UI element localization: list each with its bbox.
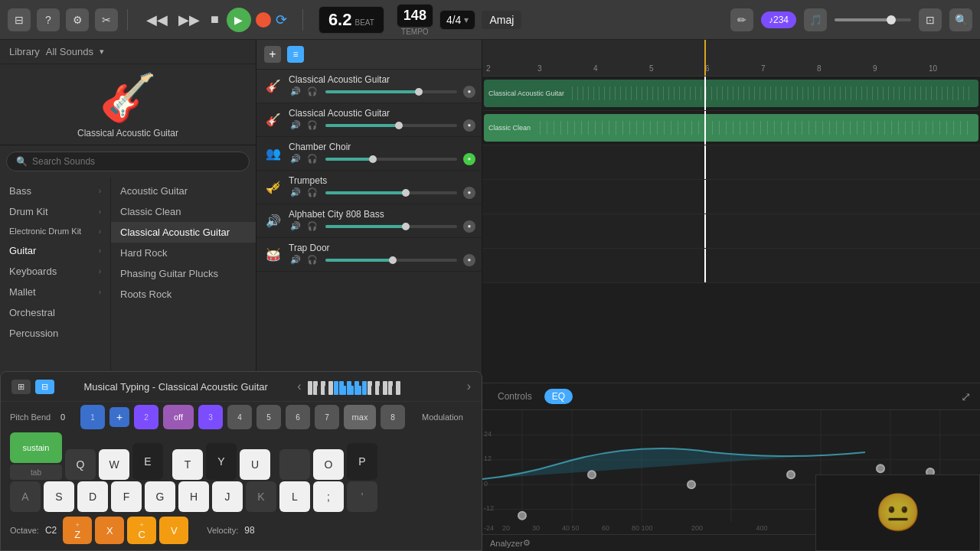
mt-prev-button[interactable]: ‹ (297, 380, 301, 393)
cat-item-mallet[interactable]: Mallet› (0, 282, 110, 302)
sub-item-classic-clean[interactable]: Classic Clean (111, 201, 256, 222)
solo-button[interactable]: 🎧 (305, 152, 319, 165)
mute-button[interactable]: 🔊 (289, 220, 302, 233)
key-f[interactable]: F (111, 481, 142, 512)
mt-next-button[interactable]: › (467, 380, 471, 393)
key-c[interactable]: + C (127, 517, 156, 544)
eq-tab[interactable]: EQ (544, 389, 573, 404)
track-volume-slider[interactable] (325, 191, 457, 194)
tab-key[interactable]: tab (10, 465, 62, 480)
pitch-key-max[interactable]: max (344, 405, 376, 429)
tuner-icon[interactable]: 🎵 (804, 8, 827, 31)
track-item[interactable]: 🥁 Trap Door 🔊 🎧 ● (256, 238, 482, 272)
smart-button[interactable]: ♪234 (761, 11, 796, 28)
key-u[interactable]: U (240, 449, 270, 480)
play-button[interactable]: ▶ (227, 8, 251, 32)
track-item[interactable]: 🎺 Trumpets 🔊 🎧 ● (256, 171, 482, 204)
key-q[interactable]: Q (65, 449, 96, 480)
solo-button[interactable]: 🎧 (305, 220, 319, 233)
pitch-key-6[interactable]: 6 (286, 405, 310, 429)
track-volume-slider[interactable] (325, 225, 457, 228)
sub-item-roots-rock[interactable]: Roots Rock (111, 284, 256, 305)
pitch-key-3[interactable]: 3 (198, 405, 223, 429)
track-pan-knob[interactable]: ● (463, 254, 475, 266)
pitch-key-2[interactable]: 2 (134, 405, 158, 429)
pitch-key-4[interactable]: 4 (227, 405, 252, 429)
track-volume-slider[interactable] (325, 90, 457, 93)
cat-item-drumkit[interactable]: Drum Kit› (0, 201, 110, 222)
solo-button[interactable]: 🎧 (305, 85, 319, 98)
mute-button[interactable]: 🔊 (289, 253, 302, 266)
tracks-filter-button[interactable]: ≡ (287, 46, 304, 63)
add-track-button[interactable]: + (264, 46, 281, 63)
library-source[interactable]: All Sounds (46, 46, 93, 57)
cat-item-keyboards[interactable]: Keyboards› (0, 261, 110, 282)
mute-button[interactable]: 🔊 (289, 119, 302, 132)
key-k[interactable]: K (246, 481, 276, 512)
controls-tab[interactable]: Controls (492, 388, 538, 405)
track-volume-slider[interactable] (325, 158, 457, 161)
sustain-key[interactable]: sustain (10, 432, 62, 463)
track-pan-knob[interactable]: ● (463, 86, 475, 98)
key-t[interactable]: T (172, 449, 203, 480)
help-icon[interactable]: ? (37, 8, 60, 31)
sub-item-acoustic-guitar[interactable]: Acoustic Guitar (111, 181, 256, 201)
sub-item-hard-rock[interactable]: Hard Rock (111, 243, 256, 263)
mt-view-keyboard[interactable]: ⊟ (35, 380, 54, 394)
cat-item-guitar[interactable]: Guitar› (0, 240, 110, 261)
mute-button[interactable]: 🔊 (289, 152, 302, 165)
key-semicolon[interactable]: ; (313, 481, 344, 512)
track-pan-knob[interactable]: ● (463, 153, 475, 165)
mt-view-grid[interactable]: ⊞ (11, 380, 31, 394)
key-g[interactable]: G (145, 481, 175, 512)
loop-button[interactable]: ⟳ (276, 11, 287, 28)
solo-button[interactable]: 🎧 (305, 186, 319, 199)
time-sig-arrow[interactable]: ▾ (464, 15, 469, 25)
track-volume-slider[interactable] (325, 124, 457, 127)
pitch-key-plus[interactable]: + (109, 407, 129, 427)
eq-expand-button[interactable]: ⤢ (961, 390, 971, 404)
pitch-key-1[interactable]: 1 (80, 405, 105, 429)
key-y[interactable]: Y (206, 443, 237, 480)
track-item[interactable]: 🔊 Alphabet City 808 Bass 🔊 🎧 ● (256, 204, 482, 238)
key-i[interactable] (279, 449, 310, 480)
fast-forward-button[interactable]: ▶▶ (175, 8, 203, 31)
track-item[interactable]: 👥 Chamber Choir 🔊 🎧 ● (256, 137, 482, 171)
search-input[interactable] (32, 156, 240, 167)
rewind-button[interactable]: ◀◀ (143, 8, 171, 31)
cat-item-edrumkit[interactable]: Electronic Drum Kit› (0, 222, 110, 240)
sub-item-phasing-guitar[interactable]: Phasing Guitar Plucks (111, 263, 256, 284)
key-h[interactable]: H (178, 481, 209, 512)
cat-item-orchestral[interactable]: Orchestral (0, 302, 110, 323)
key-a[interactable]: A (10, 481, 41, 512)
scissors-icon[interactable]: ✂ (95, 8, 118, 31)
pitch-key-8[interactable]: 8 (381, 405, 405, 429)
track-pan-knob[interactable]: ● (463, 119, 475, 132)
key-w[interactable]: W (99, 449, 129, 480)
pitch-key-7[interactable]: 7 (315, 405, 339, 429)
key-j[interactable]: J (212, 481, 243, 512)
track-item[interactable]: 🎸 Classical Acoustic Guitar 🔊 🎧 ● (256, 70, 482, 103)
key-z[interactable]: + Z (63, 517, 92, 544)
key-s[interactable]: S (44, 481, 74, 512)
volume-slider[interactable] (835, 18, 911, 21)
eq-settings-button[interactable]: ⚙ (523, 538, 531, 548)
key-v[interactable]: V (159, 517, 188, 544)
key-d[interactable]: D (77, 481, 108, 512)
pitch-key-off[interactable]: off (163, 405, 194, 429)
home-icon[interactable]: ⊟ (8, 8, 31, 31)
track-volume-slider[interactable] (325, 259, 457, 262)
library-title[interactable]: Library (9, 46, 40, 57)
cat-item-bass[interactable]: Bass› (0, 181, 110, 201)
settings-icon[interactable]: ⚙ (66, 8, 89, 31)
stop-button[interactable]: ■ (207, 8, 222, 31)
key-l[interactable]: L (279, 481, 310, 512)
key-p[interactable]: P (347, 443, 377, 480)
key-e[interactable]: E (132, 443, 163, 480)
search-icon[interactable]: 🔍 (949, 8, 972, 31)
mute-button[interactable]: 🔊 (289, 85, 302, 98)
record-button[interactable] (256, 12, 271, 28)
cat-item-percussion[interactable]: Percussion (0, 323, 110, 344)
track-pan-knob[interactable]: ● (463, 187, 475, 199)
track-pan-knob[interactable]: ● (463, 220, 475, 233)
